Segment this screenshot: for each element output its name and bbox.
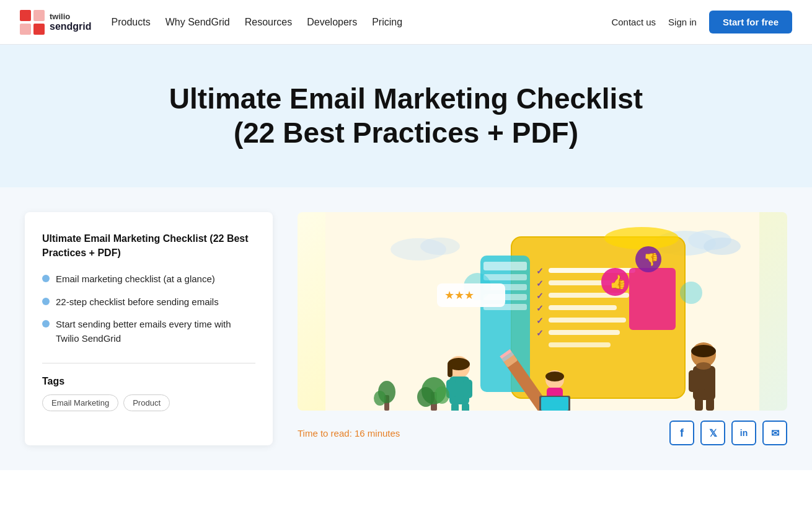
article-illustration: ✓ ✓ ✓ ✓ ✓ ✓	[298, 212, 787, 411]
tags-list: Email Marketing Product	[42, 394, 255, 411]
svg-point-70	[680, 282, 702, 304]
svg-point-60	[696, 362, 711, 370]
social-icons: f 𝕏 in ✉	[669, 421, 787, 445]
hero-section: Ultimate Email Marketing Checklist (22 B…	[0, 45, 812, 200]
svg-rect-52	[541, 397, 568, 411]
svg-rect-44	[451, 403, 459, 411]
svg-text:✓: ✓	[536, 291, 544, 301]
facebook-icon: f	[680, 427, 684, 440]
svg-rect-1	[33, 10, 45, 21]
nav-why-sendgrid[interactable]: Why SendGrid	[165, 17, 230, 28]
svg-rect-58	[695, 398, 703, 411]
svg-text:✓: ✓	[536, 303, 544, 313]
svg-rect-27	[629, 268, 676, 330]
nav-links: Products Why SendGrid Resources Develope…	[112, 17, 403, 28]
logo-twilio-text: twilio	[50, 12, 92, 21]
email-icon: ✉	[771, 427, 779, 439]
svg-text:👎: 👎	[643, 252, 659, 267]
bullet-item-3: Start sending better emails every time w…	[42, 318, 255, 345]
bottom-meta: Time to read: 16 minutes f 𝕏 in ✉	[298, 421, 787, 445]
bullet-item-1: Email marketing checklist (at a glance)	[42, 272, 255, 287]
svg-rect-57	[704, 370, 714, 392]
bullet-text-3: Start sending better emails every time w…	[56, 318, 255, 345]
tag-email-marketing[interactable]: Email Marketing	[42, 394, 118, 411]
right-content: ✓ ✓ ✓ ✓ ✓ ✓	[298, 212, 787, 445]
svg-rect-17	[549, 305, 617, 310]
svg-text:✓: ✓	[536, 316, 544, 326]
contact-link[interactable]: Contact us	[611, 17, 656, 27]
card-title: Ultimate Email Marketing Checklist (22 B…	[42, 232, 255, 260]
svg-point-13	[604, 227, 679, 249]
svg-rect-47	[448, 363, 452, 377]
svg-rect-30	[483, 274, 527, 280]
hero-title: Ultimate Email Marketing Checklist (22 B…	[152, 82, 660, 150]
tags-label: Tags	[42, 376, 255, 387]
linkedin-icon: in	[740, 428, 748, 438]
bullet-dot-3	[42, 320, 50, 327]
nav-resources[interactable]: Resources	[245, 17, 292, 28]
svg-rect-18	[549, 318, 626, 323]
twitter-icon: 𝕏	[709, 427, 717, 439]
tag-product[interactable]: Product	[123, 394, 170, 411]
svg-point-53	[545, 372, 564, 381]
svg-text:✓: ✓	[536, 278, 544, 288]
nav-pricing[interactable]: Pricing	[372, 17, 402, 28]
logo-icon	[20, 10, 45, 35]
nav-right: Contact us Sign in Start for free	[611, 11, 792, 33]
svg-text:👍: 👍	[609, 274, 627, 290]
read-time: Time to read: 16 minutes	[298, 428, 400, 439]
svg-rect-56	[689, 370, 699, 392]
logo-sendgrid-text: sendgrid	[50, 21, 92, 32]
article-card: Ultimate Email Marketing Checklist (22 B…	[25, 212, 273, 445]
svg-rect-19	[549, 330, 620, 335]
logo[interactable]: twilio sendgrid	[20, 10, 92, 35]
svg-point-64	[417, 387, 435, 407]
svg-point-65	[435, 386, 449, 404]
svg-rect-29	[483, 262, 527, 270]
nav-products[interactable]: Products	[112, 17, 151, 28]
svg-rect-2	[20, 24, 31, 35]
svg-rect-3	[33, 24, 45, 35]
svg-text:✓: ✓	[536, 328, 544, 338]
svg-text:★★★: ★★★	[444, 289, 474, 301]
navigation: twilio sendgrid Products Why SendGrid Re…	[0, 0, 812, 45]
svg-point-10	[420, 238, 460, 255]
bullet-text-2: 22-step checklist before sending emails	[56, 295, 219, 309]
illustration-svg: ✓ ✓ ✓ ✓ ✓ ✓	[298, 212, 787, 411]
card-divider	[42, 363, 255, 363]
bullet-item-2: 22-step checklist before sending emails	[42, 295, 255, 309]
svg-point-7	[704, 238, 741, 255]
svg-point-61	[691, 345, 716, 357]
content-inner: Ultimate Email Marketing Checklist (22 B…	[25, 187, 787, 445]
linkedin-share-button[interactable]: in	[731, 421, 756, 445]
svg-rect-0	[20, 10, 31, 21]
bullet-list: Email marketing checklist (at a glance) …	[42, 272, 255, 345]
svg-rect-45	[462, 403, 469, 411]
facebook-share-button[interactable]: f	[669, 421, 694, 445]
content-area: Ultimate Email Marketing Checklist (22 B…	[0, 187, 812, 470]
start-for-free-button[interactable]: Start for free	[709, 11, 792, 33]
svg-text:✓: ✓	[536, 266, 544, 276]
bullet-dot-2	[42, 298, 50, 305]
svg-rect-43	[463, 380, 472, 398]
email-share-button[interactable]: ✉	[762, 421, 787, 445]
bullet-text-1: Email marketing checklist (at a glance)	[56, 272, 215, 287]
signin-link[interactable]: Sign in	[668, 17, 697, 27]
nav-developers[interactable]: Developers	[307, 17, 357, 28]
svg-point-68	[374, 391, 386, 406]
svg-rect-59	[706, 398, 714, 411]
svg-rect-20	[549, 342, 611, 347]
bullet-dot-1	[42, 275, 50, 282]
twitter-share-button[interactable]: 𝕏	[700, 421, 725, 445]
